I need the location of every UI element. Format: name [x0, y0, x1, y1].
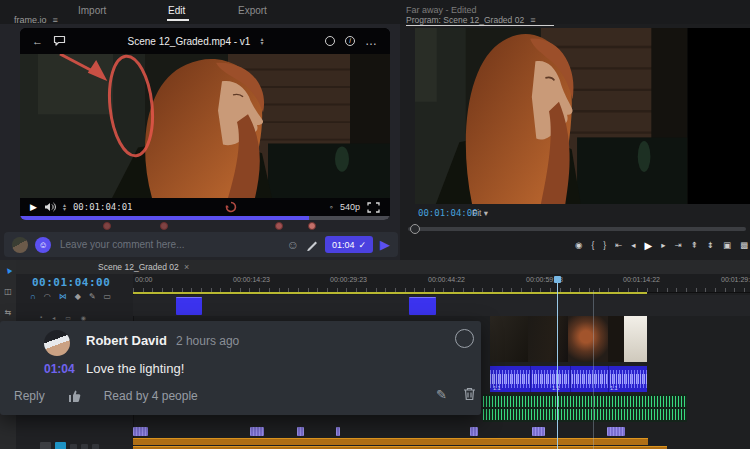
- audio-keyframe-clip[interactable]: [532, 427, 545, 436]
- track-select-tool-icon[interactable]: ◫: [4, 287, 12, 296]
- fullscreen-icon[interactable]: [367, 202, 380, 213]
- program-video-frame[interactable]: [415, 28, 750, 204]
- edit-comment-icon[interactable]: ✎: [436, 387, 447, 402]
- approval-status-icon[interactable]: [325, 36, 335, 46]
- timecode-stepper-icon[interactable]: ▴▾: [63, 203, 66, 211]
- a1-mute-button[interactable]: [70, 444, 77, 449]
- program-timecode[interactable]: 00:01:04:00: [418, 208, 478, 218]
- snap-toggle-icon[interactable]: ∩: [30, 292, 36, 301]
- add-marker-icon[interactable]: ◉: [575, 240, 582, 250]
- quality-selector[interactable]: 540p: [340, 202, 360, 212]
- back-icon[interactable]: ←: [32, 35, 43, 47]
- comment-marker[interactable]: [103, 222, 111, 230]
- frameio-panel-tab[interactable]: frame.io ≡: [14, 15, 58, 25]
- program-video-still: [415, 28, 750, 204]
- audio-keyframe-clip[interactable]: [470, 427, 478, 436]
- resolve-comment-button[interactable]: [455, 329, 474, 348]
- comment-timestamp[interactable]: 01:04: [44, 362, 75, 376]
- program-play-icon[interactable]: ▶: [645, 240, 653, 251]
- audio-keyframe-clip[interactable]: [297, 427, 304, 436]
- read-receipt[interactable]: Read by 4 people: [104, 389, 198, 403]
- audio-keyframe-clip[interactable]: [250, 427, 264, 436]
- annotation-brush-icon[interactable]: [306, 239, 318, 251]
- go-to-in-icon[interactable]: ⇤: [615, 240, 622, 250]
- film-frame: [624, 316, 647, 362]
- tab-import[interactable]: Import: [78, 5, 106, 16]
- more-menu-icon[interactable]: …: [365, 34, 378, 48]
- reply-button[interactable]: Reply: [14, 389, 45, 403]
- tab-edit[interactable]: Edit: [168, 5, 185, 16]
- a1-target-button[interactable]: [55, 442, 66, 449]
- info-icon[interactable]: i: [345, 36, 355, 46]
- timeline-timecode[interactable]: 00:01:04:00: [32, 276, 110, 289]
- panel-menu-icon[interactable]: ≡: [53, 15, 58, 25]
- track-sync-icon[interactable]: ▭: [65, 314, 71, 321]
- comment-marker[interactable]: [308, 222, 316, 230]
- video-clip[interactable]: [176, 297, 202, 315]
- playhead-head[interactable]: [554, 276, 561, 283]
- audio-keyframe-clip[interactable]: [607, 427, 625, 436]
- lift-icon[interactable]: ⇞: [691, 240, 698, 250]
- marker-tool-icon[interactable]: ◆: [75, 292, 81, 301]
- scrubber-thumb[interactable]: [410, 224, 420, 234]
- audio-keyframe-clip[interactable]: [133, 427, 148, 436]
- track-target-icon[interactable]: ◂: [52, 314, 55, 321]
- music-clip-a3[interactable]: [133, 438, 648, 445]
- sequence-tab-close-icon[interactable]: ×: [184, 262, 189, 272]
- video-clip-filmstrip[interactable]: [490, 316, 647, 362]
- go-to-out-icon[interactable]: ⇥: [675, 240, 682, 250]
- comparison-view-icon[interactable]: ▩: [740, 240, 748, 250]
- linked-selection-icon[interactable]: ◠: [44, 292, 51, 301]
- program-panel-menu-icon[interactable]: ≡: [530, 15, 535, 25]
- step-back-icon[interactable]: ◂: [631, 240, 635, 250]
- track-visibility-icon[interactable]: ◉: [81, 314, 86, 321]
- clip-title[interactable]: Scene 12_Graded.mp4 - v1: [128, 36, 251, 47]
- nest-toggle-icon[interactable]: ⋈: [59, 292, 67, 301]
- ruler-tick: 00:01:14:22: [623, 276, 660, 283]
- step-forward-icon[interactable]: ▸: [661, 240, 665, 250]
- mark-in-icon[interactable]: {: [591, 240, 594, 250]
- like-icon[interactable]: [67, 389, 82, 403]
- volume-icon[interactable]: [44, 202, 56, 212]
- sequence-tab[interactable]: Scene 12_Graded 02: [98, 262, 179, 272]
- a1-source-button[interactable]: [40, 442, 51, 449]
- player-header: ← Scene 12_Graded.mp4 - v1 ▴▾ i …: [20, 28, 390, 54]
- comment-input[interactable]: [58, 238, 280, 251]
- settings-box-icon[interactable]: ▭: [104, 292, 112, 301]
- audio-clip-a1[interactable]: 1.1 1.1 1.1: [490, 366, 647, 392]
- extract-icon[interactable]: ⇟: [707, 240, 714, 250]
- timestamp-toggle-button[interactable]: 01:04 ✓: [325, 236, 373, 253]
- tab-export[interactable]: Export: [238, 5, 267, 16]
- comment-marker[interactable]: [275, 222, 283, 230]
- timeline-ruler[interactable]: 00:00 00:00:14:23 00:00:29:23 00:00:44:2…: [133, 274, 750, 293]
- player-progress-bar[interactable]: [20, 216, 390, 220]
- audio-clip-a2[interactable]: [483, 394, 687, 422]
- zoom-level-select[interactable]: Fit ▾: [472, 208, 488, 218]
- version-stepper-icon[interactable]: ▴▾: [260, 37, 263, 45]
- pen-tool-icon[interactable]: ✎: [89, 292, 96, 301]
- a1-solo-button[interactable]: [81, 444, 88, 449]
- playhead[interactable]: [557, 278, 558, 449]
- ripple-edit-tool-icon[interactable]: ⇆: [5, 308, 12, 317]
- comment-marker[interactable]: [160, 222, 168, 230]
- audio-track-header-a1[interactable]: [40, 442, 99, 449]
- selection-tool-icon[interactable]: ▲: [1, 263, 14, 276]
- track-lock-icon[interactable]: ▪: [40, 314, 42, 321]
- player-timecode[interactable]: 00:01:04:01: [73, 202, 133, 212]
- export-frame-icon[interactable]: ▣: [723, 240, 731, 250]
- video-clip[interactable]: [409, 297, 436, 315]
- delete-comment-icon[interactable]: [463, 387, 476, 401]
- program-panel-tab[interactable]: Program: Scene 12_Graded 02 ≡: [406, 15, 535, 25]
- send-icon[interactable]: ▶: [380, 237, 390, 252]
- play-icon[interactable]: ▶: [30, 202, 37, 212]
- a1-lock-button[interactable]: [92, 444, 99, 449]
- work-area-bar[interactable]: [133, 292, 647, 294]
- emoji-picker-icon[interactable]: ☺: [287, 238, 299, 252]
- loop-icon[interactable]: [225, 201, 237, 213]
- review-video-frame[interactable]: [20, 54, 390, 198]
- program-scrubber[interactable]: [408, 227, 746, 231]
- comment-author[interactable]: Robert David: [86, 333, 167, 348]
- mark-out-icon[interactable]: }: [603, 240, 606, 250]
- audio-keyframe-clip[interactable]: [336, 427, 340, 436]
- comment-bubble-icon[interactable]: [53, 35, 66, 47]
